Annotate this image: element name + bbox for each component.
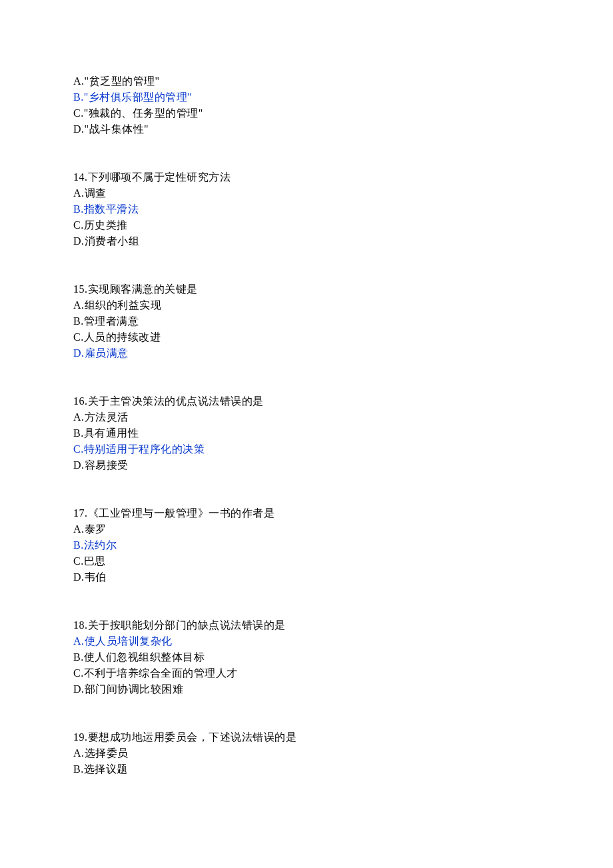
option-text: 方法灵活 xyxy=(85,411,129,423)
option-label: A. xyxy=(73,635,85,647)
option-text: 不利于培养综合全面的管理人才 xyxy=(84,667,238,679)
option-text: 法约尔 xyxy=(84,539,117,551)
question-number: 19. xyxy=(73,731,88,743)
option-d: D.容易接受 xyxy=(73,457,540,473)
option-label: A. xyxy=(73,75,85,87)
option-label: B. xyxy=(73,315,84,327)
question-number: 15. xyxy=(73,283,88,295)
option-d: D.韦伯 xyxy=(73,569,540,585)
question-text: 实现顾客满意的关键是 xyxy=(88,283,198,295)
option-label: B. xyxy=(73,203,84,215)
option-text: 管理者满意 xyxy=(84,315,139,327)
option-a: A.使人员培训复杂化 xyxy=(73,633,540,649)
question-14: 14.下列哪项不属于定性研究方法 A.调查 B.指数平滑法 C.历史类推 D.消… xyxy=(73,169,540,249)
question-text: 要想成功地运用委员会，下述说法错误的是 xyxy=(88,731,297,743)
option-c: C.历史类推 xyxy=(73,217,540,233)
question-number: 17. xyxy=(73,507,88,519)
option-b: B.选择议题 xyxy=(73,761,540,777)
option-label: A. xyxy=(73,187,85,199)
option-label: C. xyxy=(73,555,84,567)
option-b: B.法约尔 xyxy=(73,537,540,553)
question-stem: 19.要想成功地运用委员会，下述说法错误的是 xyxy=(73,729,540,745)
option-label: D. xyxy=(73,123,85,135)
question-15: 15.实现顾客满意的关键是 A.组织的利益实现 B.管理者满意 C.人员的持续改… xyxy=(73,281,540,361)
option-label: C. xyxy=(73,443,84,455)
question-stem: 14.下列哪项不属于定性研究方法 xyxy=(73,169,540,185)
question-19: 19.要想成功地运用委员会，下述说法错误的是 A.选择委员 B.选择议题 xyxy=(73,729,540,777)
option-label: B. xyxy=(73,539,84,551)
option-label: B. xyxy=(73,651,84,663)
question-16: 16.关于主管决策法的优点说法错误的是 A.方法灵活 B.具有通用性 C.特别适… xyxy=(73,393,540,473)
question-text: 下列哪项不属于定性研究方法 xyxy=(88,171,231,183)
question-stem: 16.关于主管决策法的优点说法错误的是 xyxy=(73,393,540,409)
option-text: 人员的持续改进 xyxy=(84,331,161,343)
option-label: C. xyxy=(73,107,84,119)
option-text: 使人员培训复杂化 xyxy=(85,635,173,647)
option-a: A.泰罗 xyxy=(73,521,540,537)
option-label: B. xyxy=(73,763,84,775)
option-text: 韦伯 xyxy=(85,571,107,583)
option-c: C.人员的持续改进 xyxy=(73,329,540,345)
option-label: D. xyxy=(73,683,85,695)
option-b: B.使人们忽视组织整体目标 xyxy=(73,649,540,665)
option-text: 选择委员 xyxy=(85,747,129,759)
option-text: 特别适用于程序化的决策 xyxy=(84,443,205,455)
question-stem: 15.实现顾客满意的关键是 xyxy=(73,281,540,297)
option-text: "战斗集体性" xyxy=(85,123,149,135)
option-text: 指数平滑法 xyxy=(84,203,139,215)
option-d: D."战斗集体性" xyxy=(73,121,540,137)
option-text: "独裁的、任务型的管理" xyxy=(84,107,203,119)
option-text: 具有通用性 xyxy=(84,427,139,439)
option-c: C."独裁的、任务型的管理" xyxy=(73,105,540,121)
question-text: 关于主管决策法的优点说法错误的是 xyxy=(88,395,264,407)
question-number: 18. xyxy=(73,619,88,631)
question-stem: 18.关于按职能划分部门的缺点说法错误的是 xyxy=(73,617,540,633)
option-label: D. xyxy=(73,459,85,471)
option-a: A.方法灵活 xyxy=(73,409,540,425)
question-number: 14. xyxy=(73,171,88,183)
option-d: D.部门间协调比较困难 xyxy=(73,681,540,697)
option-text: 部门间协调比较困难 xyxy=(85,683,184,695)
option-a: A.选择委员 xyxy=(73,745,540,761)
question-text: 关于按职能划分部门的缺点说法错误的是 xyxy=(88,619,286,631)
option-label: A. xyxy=(73,299,85,311)
option-label: D. xyxy=(73,347,85,359)
option-text: "贫乏型的管理" xyxy=(85,75,160,87)
option-b: B.指数平滑法 xyxy=(73,201,540,217)
option-text: 选择议题 xyxy=(84,763,128,775)
option-label: D. xyxy=(73,571,85,583)
option-label: A. xyxy=(73,523,85,535)
option-label: A. xyxy=(73,411,85,423)
option-b: B."乡村俱乐部型的管理" xyxy=(73,89,540,105)
option-b: B.管理者满意 xyxy=(73,313,540,329)
option-label: B. xyxy=(73,91,84,103)
option-c: C.巴思 xyxy=(73,553,540,569)
option-text: 调查 xyxy=(85,187,107,199)
option-text: 巴思 xyxy=(84,555,106,567)
option-label: C. xyxy=(73,331,84,343)
option-a: A.调查 xyxy=(73,185,540,201)
option-text: 历史类推 xyxy=(84,219,128,231)
question-text: 《工业管理与一般管理》一书的作者是 xyxy=(88,507,275,519)
option-text: 组织的利益实现 xyxy=(85,299,162,311)
question-number: 16. xyxy=(73,395,88,407)
option-d: D.雇员满意 xyxy=(73,345,540,361)
option-text: 消费者小组 xyxy=(85,235,140,247)
option-text: 容易接受 xyxy=(85,459,129,471)
option-label: C. xyxy=(73,219,84,231)
option-label: C. xyxy=(73,667,84,679)
option-label: D. xyxy=(73,235,85,247)
option-a: A.组织的利益实现 xyxy=(73,297,540,313)
option-b: B.具有通用性 xyxy=(73,425,540,441)
question-13-partial: A."贫乏型的管理" B."乡村俱乐部型的管理" C."独裁的、任务型的管理" … xyxy=(73,73,540,137)
option-label: B. xyxy=(73,427,84,439)
option-text: 使人们忽视组织整体目标 xyxy=(84,651,205,663)
option-text: 泰罗 xyxy=(85,523,107,535)
question-stem: 17.《工业管理与一般管理》一书的作者是 xyxy=(73,505,540,521)
option-c: C.特别适用于程序化的决策 xyxy=(73,441,540,457)
option-a: A."贫乏型的管理" xyxy=(73,73,540,89)
option-label: A. xyxy=(73,747,85,759)
option-d: D.消费者小组 xyxy=(73,233,540,249)
option-text: 雇员满意 xyxy=(85,347,129,359)
question-18: 18.关于按职能划分部门的缺点说法错误的是 A.使人员培训复杂化 B.使人们忽视… xyxy=(73,617,540,697)
